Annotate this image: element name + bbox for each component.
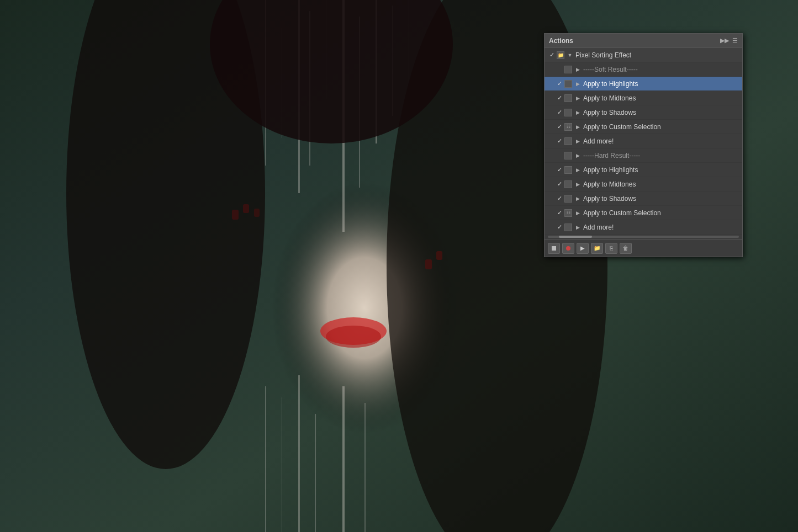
action-item-apply-highlights-soft[interactable]: ✓ ▶ Apply to Highlights	[545, 77, 742, 91]
label-midtones-soft: Apply to Midtones	[583, 94, 739, 102]
expand-highlights-soft[interactable]: ▶	[574, 81, 581, 87]
expand-custom-soft[interactable]: ▶	[574, 124, 581, 130]
expand-custom-hard[interactable]: ▶	[574, 210, 581, 216]
panel-menu-icon[interactable]: ☰	[732, 37, 738, 44]
scroll-thumb[interactable]	[559, 236, 592, 238]
action-item-apply-midtones-hard[interactable]: ✓ ▶ Apply to Midtones	[545, 177, 742, 191]
label-shadows-hard: Apply to Shadows	[583, 195, 739, 203]
folder-icon: 📁	[594, 245, 600, 251]
check-addmore-soft: ✓	[556, 137, 563, 145]
play-icon: ▶	[580, 245, 585, 251]
label-soft-result: -----Soft Result-----	[583, 66, 739, 73]
check-midtones-hard: ✓	[556, 180, 563, 188]
expand-hard-result[interactable]: ▶	[574, 153, 581, 158]
record-icon	[566, 246, 570, 251]
expand-soft-result[interactable]: ▶	[574, 67, 581, 72]
panel-forward-icon[interactable]: ▶▶	[720, 37, 729, 44]
expand-pixel-sorting[interactable]: ▼	[567, 52, 573, 58]
check-highlights-soft: ✓	[556, 80, 563, 87]
action-item-apply-highlights-hard[interactable]: ✓ ▶ Apply to Highlights	[545, 163, 742, 177]
expand-shadows-soft[interactable]: ▶	[574, 110, 581, 115]
label-custom-hard: Apply to Custom Selection	[583, 209, 739, 217]
folder-box-pixel-sorting: 📁	[557, 51, 564, 59]
delete-button[interactable]: 🗑	[620, 243, 632, 254]
expand-highlights-hard[interactable]: ▶	[574, 167, 581, 173]
checkbox-addmore-soft	[564, 137, 572, 145]
check-hard-result: ✓	[556, 152, 563, 159]
scroll-indicator[interactable]	[548, 236, 739, 238]
check-highlights-hard: ✓	[556, 166, 563, 173]
checkbox-soft-result	[564, 66, 572, 73]
checkbox-shadows-soft	[564, 109, 572, 116]
check-addmore-hard: ✓	[556, 224, 563, 231]
checkbox-shadows-hard	[564, 195, 572, 203]
expand-addmore-hard[interactable]: ▶	[574, 225, 581, 230]
action-item-apply-custom-soft[interactable]: ✓ ☷ ▶ Apply to Custom Selection	[545, 120, 742, 134]
expand-addmore-soft[interactable]: ▶	[574, 139, 581, 144]
label-highlights-hard: Apply to Highlights	[583, 166, 739, 174]
checkbox-hard-result	[564, 152, 572, 159]
action-item-hard-result[interactable]: ✓ ▶ -----Hard Result-----	[545, 148, 742, 163]
actions-panel: Actions ▶▶ ☰ ✓ 📁 ▼ Pixel Sorting Effect …	[544, 33, 743, 257]
play-button[interactable]: ▶	[577, 243, 589, 254]
check-soft-result: ✓	[556, 66, 563, 73]
label-addmore-soft: Add more!	[583, 137, 739, 145]
action-item-add-more-soft[interactable]: ✓ ▶ Add more!	[545, 134, 742, 148]
action-item-apply-custom-hard[interactable]: ✓ ☷ ▶ Apply to Custom Selection	[545, 206, 742, 220]
check-shadows-hard: ✓	[556, 195, 563, 202]
label-addmore-hard: Add more!	[583, 224, 739, 231]
expand-midtones-hard[interactable]: ▶	[574, 182, 581, 187]
checkbox-midtones-soft	[564, 94, 572, 102]
new-action-button[interactable]: ⎘	[605, 243, 617, 254]
action-item-apply-shadows-soft[interactable]: ✓ ▶ Apply to Shadows	[545, 105, 742, 120]
label-shadows-soft: Apply to Shadows	[583, 109, 739, 116]
panel-header: Actions ▶▶ ☰	[545, 34, 742, 48]
label-midtones-hard: Apply to Midtones	[583, 180, 739, 188]
check-custom-soft: ✓	[556, 123, 563, 130]
expand-shadows-hard[interactable]: ▶	[574, 196, 581, 201]
check-shadows-soft: ✓	[556, 109, 563, 116]
check-custom-hard: ✓	[556, 209, 563, 216]
label-hard-result: -----Hard Result-----	[583, 152, 739, 159]
stop-button[interactable]	[548, 243, 560, 254]
action-items-list: ✓ 📁 ▼ Pixel Sorting Effect ✓ ▶ -----Soft…	[545, 48, 742, 235]
panel-controls: ▶▶ ☰	[720, 37, 738, 44]
delete-icon: 🗑	[623, 245, 628, 251]
label-pixel-sorting: Pixel Sorting Effect	[575, 51, 739, 59]
check-midtones-soft: ✓	[556, 94, 563, 102]
action-item-soft-result[interactable]: ✓ ▶ -----Soft Result-----	[545, 62, 742, 77]
folder-button[interactable]: 📁	[591, 243, 603, 254]
action-item-apply-midtones-soft[interactable]: ✓ ▶ Apply to Midtones	[545, 91, 742, 105]
action-item-pixel-sorting-group[interactable]: ✓ 📁 ▼ Pixel Sorting Effect	[545, 48, 742, 62]
checkbox-highlights-hard	[564, 166, 572, 174]
label-highlights-soft: Apply to Highlights	[583, 80, 739, 88]
label-custom-soft: Apply to Custom Selection	[583, 123, 739, 131]
checkbox-midtones-hard	[564, 180, 572, 188]
new-action-icon: ⎘	[610, 245, 613, 251]
check-pixel-sorting: ✓	[548, 51, 556, 58]
stop-icon	[552, 246, 556, 251]
panel-title: Actions	[549, 37, 573, 45]
checkbox-custom-soft: ☷	[564, 123, 572, 131]
action-item-apply-shadows-hard[interactable]: ✓ ▶ Apply to Shadows	[545, 191, 742, 206]
record-button[interactable]	[562, 243, 574, 254]
checkbox-highlights-soft	[564, 80, 572, 88]
expand-midtones-soft[interactable]: ▶	[574, 95, 581, 101]
action-item-add-more-hard[interactable]: ✓ ▶ Add more!	[545, 220, 742, 235]
checkbox-addmore-hard	[564, 224, 572, 231]
checkbox-custom-hard: ☷	[564, 209, 572, 217]
panel-toolbar: ▶ 📁 ⎘ 🗑	[545, 239, 742, 257]
